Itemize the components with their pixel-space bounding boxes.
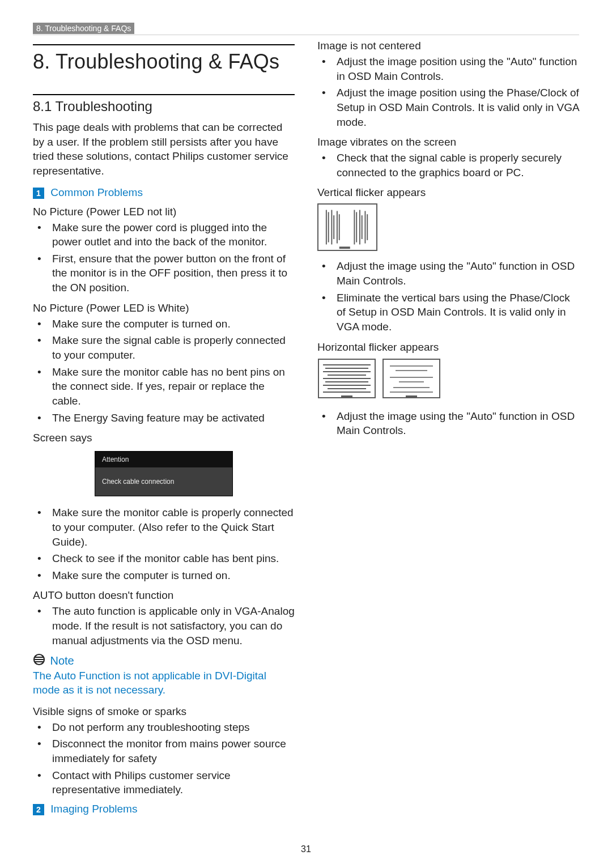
- image-vibrates-list: Check that the signal cable is properly …: [317, 151, 579, 180]
- note-icon: [33, 653, 45, 668]
- smoke-heading: Visible signs of smoke or sparks: [33, 705, 295, 718]
- svg-rect-24: [341, 395, 352, 398]
- attention-box: Attention Check cable connection: [95, 451, 233, 496]
- list-item: First, ensure that the power button on t…: [33, 252, 295, 295]
- common-problems-heading: 1 Common Problems: [33, 186, 295, 199]
- section-8-1-heading: 8.1 Troubleshooting: [33, 94, 295, 114]
- screen-says-list: Make sure the monitor cable is properly …: [33, 505, 295, 582]
- no-picture-led-white-list: Make sure the computer is turned on. Mak…: [33, 317, 295, 425]
- note-row: Note: [33, 653, 295, 668]
- page-number: 31: [0, 844, 612, 854]
- image-not-centered-list: Adjust the image position using the "Aut…: [317, 54, 579, 129]
- list-item: The Energy Saving feature may be activat…: [33, 411, 295, 426]
- list-item: Check that the signal cable is properly …: [317, 151, 579, 180]
- auto-button-heading: AUTO button doesn't function: [33, 589, 295, 602]
- attention-title: Attention: [95, 452, 232, 467]
- no-picture-led-not-lit-list: Make sure the power cord is plugged into…: [33, 220, 295, 295]
- image-not-centered-heading: Image is not centered: [317, 40, 579, 52]
- page-title: 8. Troubleshooting & FAQs: [33, 44, 295, 74]
- num-badge-2: 2: [33, 804, 44, 815]
- horizontal-flicker-image: [317, 358, 579, 403]
- no-picture-led-white-heading: No Picture (Power LED is White): [33, 302, 295, 314]
- svg-rect-32: [406, 395, 417, 398]
- list-item: Make sure the monitor cable has no bent …: [33, 365, 295, 409]
- list-item: Adjust the image position using the "Aut…: [317, 54, 579, 83]
- list-item: Adjust the image position using the Phas…: [317, 86, 579, 129]
- auto-button-list: The auto function is applicable only in …: [33, 604, 295, 648]
- section-8-1-intro: This page deals with problems that can b…: [33, 120, 295, 178]
- screen-says-heading: Screen says: [33, 432, 295, 444]
- list-item: Adjust the image using the "Auto" functi…: [317, 409, 579, 438]
- attention-message: Check cable connection: [95, 467, 232, 496]
- imaging-problems-label: Imaging Problems: [50, 803, 137, 815]
- list-item: Make sure the computer is turned on.: [33, 568, 295, 583]
- list-item: Contact with Philips customer service re…: [33, 768, 295, 797]
- list-item: Eliminate the vertical bars using the Ph…: [317, 291, 579, 334]
- list-item: Do not perform any troubleshooting steps: [33, 720, 295, 735]
- num-badge-1: 1: [33, 188, 44, 199]
- note-text: The Auto Function is not applicable in D…: [33, 669, 295, 697]
- smoke-list: Do not perform any troubleshooting steps…: [33, 720, 295, 797]
- header-divider: [33, 35, 579, 35]
- vertical-flicker-list: Adjust the image using the "Auto" functi…: [317, 259, 579, 334]
- svg-rect-13: [339, 247, 350, 249]
- header-strip: 8. Troubleshooting & FAQs: [33, 23, 134, 34]
- note-label: Note: [50, 654, 74, 667]
- list-item: Adjust the image using the "Auto" functi…: [317, 259, 579, 288]
- list-item: Disconnect the monitor from mains power …: [33, 737, 295, 765]
- common-problems-label: Common Problems: [50, 186, 143, 198]
- list-item: Make sure the signal cable is properly c…: [33, 333, 295, 362]
- content-columns: 8. Troubleshooting & FAQs 8.1 Troublesho…: [33, 40, 579, 834]
- list-item: Make sure the computer is turned on.: [33, 317, 295, 331]
- list-item: Check to see if the monitor cable has be…: [33, 551, 295, 566]
- imaging-problems-heading: 2 Imaging Problems: [33, 803, 295, 815]
- list-item: The auto function is applicable only in …: [33, 604, 295, 648]
- horizontal-flicker-list: Adjust the image using the "Auto" functi…: [317, 409, 579, 438]
- vertical-flicker-heading: Vertical flicker appears: [317, 186, 579, 199]
- list-item: Make sure the power cord is plugged into…: [33, 220, 295, 249]
- vertical-flicker-image: [317, 203, 579, 253]
- image-vibrates-heading: Image vibrates on the screen: [317, 136, 579, 148]
- horizontal-flicker-heading: Horizontal flicker appears: [317, 341, 579, 354]
- no-picture-led-not-lit-heading: No Picture (Power LED not lit): [33, 206, 295, 218]
- list-item: Make sure the monitor cable is properly …: [33, 505, 295, 549]
